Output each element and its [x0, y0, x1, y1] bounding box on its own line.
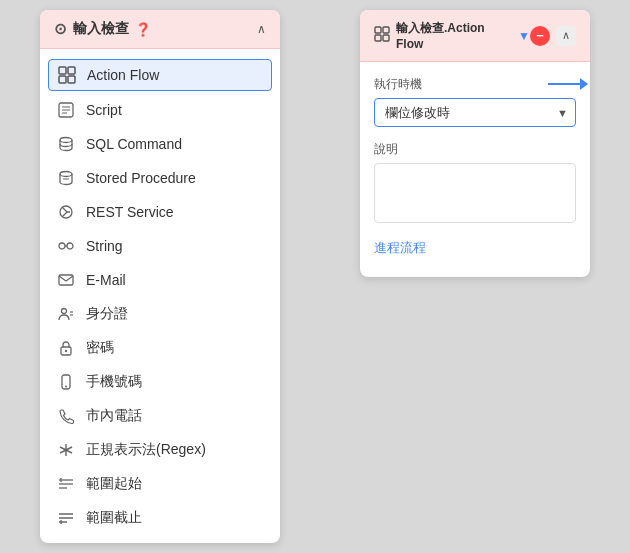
- list-item-range-end-label: 範圍截止: [86, 509, 142, 527]
- svg-point-27: [65, 449, 68, 452]
- list-item-sql[interactable]: SQL Command: [40, 127, 280, 161]
- svg-point-21: [65, 350, 67, 352]
- list-item-action-flow[interactable]: Action Flow: [48, 59, 272, 91]
- list-item-regex[interactable]: 正規表示法(Regex): [40, 433, 280, 467]
- svg-point-13: [59, 243, 65, 249]
- left-panel-list: Action Flow Script: [40, 49, 280, 543]
- arrow-head: [580, 78, 588, 90]
- list-item-email[interactable]: E-Mail: [40, 263, 280, 297]
- list-item-tel[interactable]: 市內電話: [40, 399, 280, 433]
- list-item-string[interactable]: String: [40, 229, 280, 263]
- list-item-range-start-label: 範圍起始: [86, 475, 142, 493]
- left-panel-title: 輸入檢查: [73, 20, 129, 38]
- list-item-password[interactable]: 密碼: [40, 331, 280, 365]
- svg-rect-0: [59, 67, 66, 74]
- list-item-tel-label: 市內電話: [86, 407, 142, 425]
- right-panel-body: 執行時機 欄位修改時 ▼ 說明 進程流程: [360, 62, 590, 277]
- right-panel-header: 輸入檢查.Action Flow ▼ − ∧: [360, 10, 590, 62]
- script-icon: [56, 100, 76, 120]
- remove-button[interactable]: −: [530, 26, 550, 46]
- execute-time-label: 執行時機: [374, 76, 576, 93]
- right-panel-title-group: 輸入檢查.Action Flow ▼: [374, 20, 530, 51]
- check-circle-icon: ⊙: [54, 20, 67, 38]
- flow-link[interactable]: 進程流程: [374, 239, 426, 257]
- list-item-identity[interactable]: 身分證: [40, 297, 280, 331]
- svg-rect-16: [59, 275, 73, 285]
- action-flow-icon: [57, 65, 77, 85]
- range-start-icon: [56, 474, 76, 494]
- list-item-regex-label: 正規表示法(Regex): [86, 441, 206, 459]
- help-icon[interactable]: ❓: [135, 22, 151, 37]
- arrow-line: [548, 83, 580, 85]
- range-end-icon: [56, 508, 76, 528]
- svg-rect-38: [375, 35, 381, 41]
- list-item-script-label: Script: [86, 102, 122, 118]
- list-item-range-start[interactable]: 範圍起始: [40, 467, 280, 501]
- svg-point-9: [60, 172, 72, 177]
- svg-rect-39: [383, 35, 389, 41]
- left-panel: ⊙ 輸入檢查 ❓ ∧ Action Flow: [40, 10, 280, 543]
- svg-rect-37: [383, 27, 389, 33]
- list-item-email-label: E-Mail: [86, 272, 126, 288]
- list-item-action-flow-label: Action Flow: [87, 67, 159, 83]
- right-panel-title: 輸入檢查.Action Flow: [396, 20, 512, 51]
- list-item-identity-label: 身分證: [86, 305, 128, 323]
- svg-point-17: [62, 309, 67, 314]
- sql-icon: [56, 134, 76, 154]
- list-item-rest[interactable]: REST Service: [40, 195, 280, 229]
- collapse-icon[interactable]: ∧: [257, 22, 266, 36]
- stored-procedure-icon: [56, 168, 76, 188]
- svg-point-8: [60, 138, 72, 143]
- svg-rect-2: [59, 76, 66, 83]
- svg-rect-3: [68, 76, 75, 83]
- string-icon: [56, 236, 76, 256]
- list-item-rest-label: REST Service: [86, 204, 174, 220]
- list-item-script[interactable]: Script: [40, 93, 280, 127]
- svg-rect-36: [375, 27, 381, 33]
- list-item-password-label: 密碼: [86, 339, 114, 357]
- right-panel: 輸入檢查.Action Flow ▼ − ∧ 執行時機 欄位修改時 ▼ 說明 進…: [360, 10, 590, 277]
- identity-icon: [56, 304, 76, 324]
- execute-time-select[interactable]: 欄位修改時: [374, 98, 576, 127]
- arrow-connector: [548, 78, 588, 90]
- svg-point-14: [67, 243, 73, 249]
- left-panel-header: ⊙ 輸入檢查 ❓ ∧: [40, 10, 280, 49]
- list-item-mobile-label: 手機號碼: [86, 373, 142, 391]
- regex-icon: [56, 440, 76, 460]
- email-icon: [56, 270, 76, 290]
- list-item-string-label: String: [86, 238, 123, 254]
- right-panel-controls: − ∧: [530, 26, 576, 46]
- list-item-stored-procedure-label: Stored Procedure: [86, 170, 196, 186]
- execute-time-field: 欄位修改時 ▼: [374, 98, 576, 127]
- tel-icon: [56, 406, 76, 426]
- svg-point-11: [60, 206, 72, 218]
- list-item-sql-label: SQL Command: [86, 136, 182, 152]
- password-icon: [56, 338, 76, 358]
- list-item-range-end[interactable]: 範圍截止: [40, 501, 280, 535]
- right-panel-dropdown-icon[interactable]: ▼: [518, 29, 530, 43]
- collapse-button[interactable]: ∧: [556, 26, 576, 46]
- list-item-mobile[interactable]: 手機號碼: [40, 365, 280, 399]
- left-panel-header-right: ∧: [257, 22, 266, 36]
- description-textarea[interactable]: [374, 163, 576, 223]
- left-panel-title-group: ⊙ 輸入檢查 ❓: [54, 20, 151, 38]
- right-panel-grid-icon: [374, 26, 390, 45]
- svg-point-23: [65, 386, 67, 388]
- rest-icon: [56, 202, 76, 222]
- list-item-stored-procedure[interactable]: Stored Procedure: [40, 161, 280, 195]
- mobile-icon: [56, 372, 76, 392]
- svg-rect-1: [68, 67, 75, 74]
- description-label: 說明: [374, 141, 576, 158]
